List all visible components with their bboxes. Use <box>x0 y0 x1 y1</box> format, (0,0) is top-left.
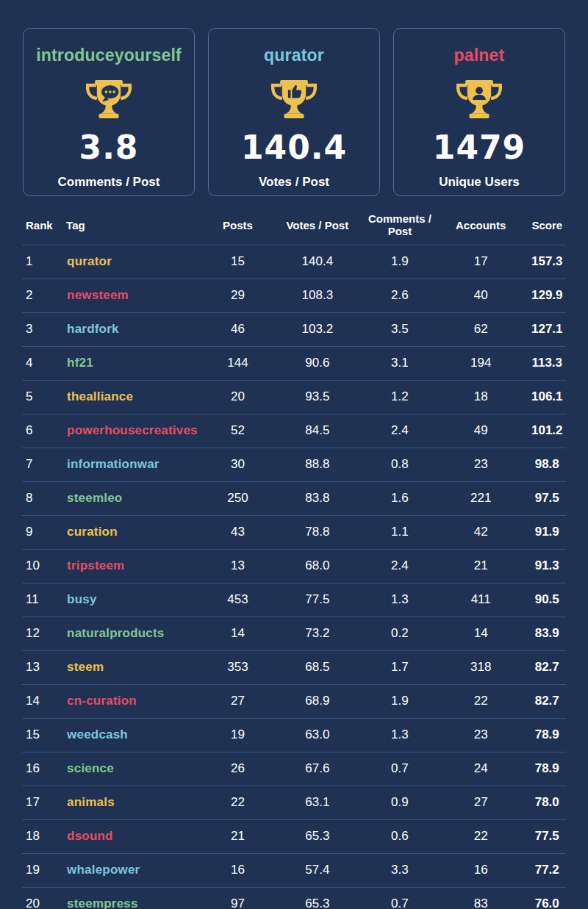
score-cell: 129.9 <box>528 279 567 312</box>
table-row: 14 cn-curation 27 68.9 1.9 22 82.7 <box>22 684 566 718</box>
comments-per-post-cell: 0.6 <box>366 819 434 853</box>
score-cell: 91.9 <box>528 515 567 549</box>
table-row: 9 curation 43 78.8 1.1 42 91.9 <box>22 515 566 549</box>
accounts-cell: 27 <box>434 786 528 819</box>
rank-cell: 1 <box>22 245 66 279</box>
accounts-cell: 221 <box>434 481 528 515</box>
rank-cell: 13 <box>22 650 66 684</box>
score-cell: 83.9 <box>528 617 567 650</box>
tag-link[interactable]: science <box>67 761 114 775</box>
tag-link[interactable]: naturalproducts <box>67 626 164 640</box>
card-title: palnet <box>394 46 564 65</box>
tag-link[interactable]: dsound <box>67 829 113 843</box>
score-cell: 127.1 <box>528 312 567 346</box>
table-row: 1 qurator 15 140.4 1.9 17 157.3 <box>22 245 566 279</box>
comments-per-post-cell: 1.3 <box>366 583 434 617</box>
comments-per-post-cell: 1.9 <box>366 245 434 279</box>
accounts-cell: 23 <box>434 718 528 752</box>
posts-cell: 21 <box>207 819 269 853</box>
rank-cell: 8 <box>22 481 66 515</box>
votes-per-post-cell: 103.2 <box>269 312 366 346</box>
accounts-cell: 14 <box>434 617 528 650</box>
table-body: 1 qurator 15 140.4 1.9 17 157.3 2 newste… <box>22 245 566 909</box>
table-row: 19 whalepower 16 57.4 3.3 16 77.2 <box>22 853 566 887</box>
tag-link[interactable]: informationwar <box>67 457 159 471</box>
tag-cell: busy <box>66 583 207 617</box>
votes-per-post-cell: 77.5 <box>269 583 366 617</box>
posts-cell: 97 <box>207 887 269 909</box>
tag-cell: hardfork <box>66 312 207 346</box>
comments-per-post-cell: 0.8 <box>366 448 434 481</box>
tag-cell: naturalproducts <box>66 617 207 650</box>
score-cell: 78.9 <box>528 752 567 786</box>
score-cell: 82.7 <box>528 684 567 718</box>
leaderboard: Rank Tag Posts Votes / Post Comments / P… <box>0 196 588 909</box>
tag-link[interactable]: hf21 <box>67 356 93 370</box>
votes-per-post-cell: 63.1 <box>269 786 366 819</box>
accounts-cell: 194 <box>434 346 528 380</box>
posts-cell: 22 <box>207 786 269 819</box>
rank-cell: 16 <box>22 752 66 786</box>
tag-cell: dsound <box>66 819 207 853</box>
comments-per-post-cell: 1.3 <box>366 718 434 752</box>
tag-link[interactable]: cn-curation <box>67 694 137 708</box>
tag-cell: thealliance <box>66 380 207 414</box>
votes-per-post-cell: 93.5 <box>269 380 366 414</box>
header-accounts: Accounts <box>434 208 528 245</box>
posts-cell: 353 <box>207 650 269 684</box>
posts-cell: 15 <box>207 245 269 279</box>
score-cell: 157.3 <box>528 245 567 279</box>
score-cell: 78.9 <box>528 718 567 752</box>
rank-cell: 20 <box>22 887 66 909</box>
card-label: Votes / Post <box>209 175 379 190</box>
accounts-cell: 49 <box>434 414 528 448</box>
table-row: 15 weedcash 19 63.0 1.3 23 78.9 <box>22 718 566 752</box>
tag-link[interactable]: thealliance <box>67 389 133 403</box>
votes-per-post-cell: 63.0 <box>269 718 366 752</box>
table-header: Rank Tag Posts Votes / Post Comments / P… <box>22 208 566 245</box>
tag-link[interactable]: tripsteem <box>67 558 124 572</box>
tag-link[interactable]: newsteem <box>67 288 129 302</box>
tag-cell: animals <box>66 786 207 819</box>
tag-link[interactable]: weedcash <box>67 727 128 741</box>
votes-per-post-cell: 65.3 <box>269 819 366 853</box>
tag-link[interactable]: steemleo <box>67 491 122 505</box>
votes-per-post-cell: 57.4 <box>269 853 366 887</box>
comments-per-post-cell: 2.6 <box>366 279 434 312</box>
tag-link[interactable]: busy <box>67 592 96 606</box>
posts-cell: 14 <box>207 617 269 650</box>
tag-link[interactable]: curation <box>67 525 118 539</box>
table-row: 13 steem 353 68.5 1.7 318 82.7 <box>22 650 566 684</box>
tag-cell: whalepower <box>66 853 207 887</box>
tag-link[interactable]: qurator <box>67 254 112 268</box>
comments-per-post-cell: 1.7 <box>366 650 434 684</box>
rank-cell: 6 <box>22 414 66 448</box>
tag-link[interactable]: steem <box>67 660 104 674</box>
comments-per-post-cell: 3.1 <box>366 346 434 380</box>
comments-per-post-cell: 0.7 <box>366 887 434 909</box>
header-rank: Rank <box>22 208 66 245</box>
accounts-cell: 24 <box>434 752 528 786</box>
accounts-cell: 18 <box>434 380 528 414</box>
rank-cell: 12 <box>22 617 66 650</box>
table-row: 4 hf21 144 90.6 3.1 194 113.3 <box>22 346 566 380</box>
tag-stats-dashboard: { "palette": { "background": "#1f3254", … <box>0 0 588 909</box>
tag-cell: qurator <box>66 245 207 279</box>
accounts-cell: 411 <box>434 583 528 617</box>
tag-link[interactable]: whalepower <box>67 863 140 877</box>
card-value: 1479 <box>394 132 564 164</box>
tag-link[interactable]: steempress <box>67 897 138 909</box>
comments-per-post-cell: 0.9 <box>366 786 434 819</box>
comments-per-post-cell: 1.1 <box>366 515 434 549</box>
votes-per-post-cell: 140.4 <box>269 245 366 279</box>
tag-link[interactable]: animals <box>67 795 115 809</box>
votes-per-post-cell: 68.0 <box>269 549 366 583</box>
trophy-users-icon <box>453 76 506 123</box>
tag-link[interactable]: hardfork <box>67 322 119 336</box>
rank-cell: 14 <box>22 684 66 718</box>
score-cell: 82.7 <box>528 650 567 684</box>
rank-cell: 10 <box>22 549 66 583</box>
tag-cell: curation <box>66 515 207 549</box>
tag-link[interactable]: powerhousecreatives <box>67 423 198 437</box>
tag-cell: hf21 <box>66 346 207 380</box>
